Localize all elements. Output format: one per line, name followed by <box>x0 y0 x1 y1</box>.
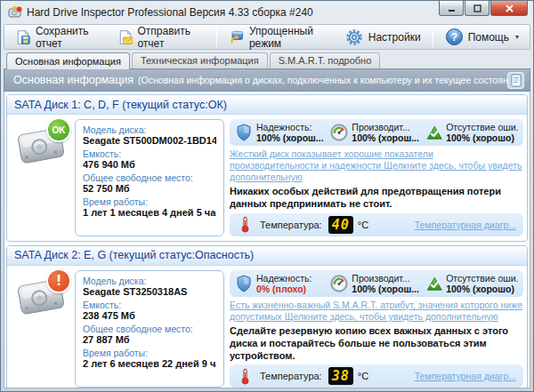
save-report-icon <box>15 28 31 47</box>
toolbar-separator <box>216 28 217 47</box>
disk1-metrics-panel: Надежность: 100% (хорош... Производит...… <box>230 119 523 146</box>
settings-label: Настройки <box>368 31 421 44</box>
disk1-no-errors-metric: Отсутствие оши... 100% (хорошо) <box>426 122 518 143</box>
title-bar[interactable]: Hard Drive Inspector Professional Версия… <box>4 1 530 24</box>
temperature-label: Температура: <box>260 371 322 381</box>
banner-document-icon <box>507 72 524 89</box>
reliability-label: Надежность: <box>256 273 312 284</box>
disk1-temperature-row: Температура: 40 °C Температурная диагр..… <box>230 213 523 236</box>
no-errors-label: Отсутствие оши... <box>446 273 518 284</box>
temperature-unit: °C <box>358 371 368 381</box>
page-header-banner: Основная информация (Основная информация… <box>4 68 530 92</box>
performance-label: Производит... <box>352 273 419 284</box>
save-report-button[interactable]: Сохранить отчет <box>8 22 110 52</box>
disk2-status-column: Надежность: 0% (плохо) Производит... 100… <box>230 270 523 388</box>
close-icon <box>506 4 514 12</box>
temperature-label: Температура: <box>260 220 322 230</box>
uptime-label: Время работы: <box>83 348 216 358</box>
disk1-status-badge-ok: OK <box>46 117 71 142</box>
disk1-reliability-metric: Надежность: 100% (хорош... <box>235 122 327 143</box>
gauge-icon <box>330 275 348 292</box>
app-icon <box>8 5 22 20</box>
disk2-metrics-panel: Надежность: 0% (плохо) Производит... 100… <box>230 270 523 297</box>
temperature-unit: °C <box>358 220 368 230</box>
disk2-performance-metric: Производит... 100% (хорош... <box>330 273 422 294</box>
disk1-advice-text: Никаких особых действий для предотвращен… <box>230 186 523 211</box>
help-icon <box>445 28 464 46</box>
window-title: Hard Drive Inspector Professional Версия… <box>27 6 313 19</box>
help-dropdown-caret: ▾ <box>515 33 519 41</box>
disk1-model-value: Seagate ST500DM002-1BD142 <box>83 135 216 146</box>
no-errors-label: Отсутствие оши... <box>446 122 518 132</box>
simple-mode-button[interactable]: Упрощенный режим <box>222 22 337 52</box>
send-report-button[interactable]: Отправить отчет <box>110 22 212 52</box>
uptime-label: Время работы: <box>83 196 216 207</box>
disk2-performance-value: 100% (хорош... <box>352 284 419 294</box>
disk2-section-title: SATA Диск 2: E, G (текущий статус:Опасно… <box>7 246 527 266</box>
settings-gear-icon <box>344 28 364 47</box>
app-window: Hard Drive Inspector Professional Версия… <box>0 0 534 392</box>
disk1-drive-graphic: OK <box>12 119 69 176</box>
close-button[interactable] <box>490 1 528 16</box>
disk1-temperature-lcd: 40 <box>328 216 353 234</box>
window-controls <box>438 1 528 16</box>
free-space-label: Общее свободное место: <box>83 172 216 183</box>
tab-smart-details[interactable]: S.M.A.R.T. подробно <box>270 52 381 68</box>
minimize-button[interactable] <box>439 1 464 16</box>
check-triangle-icon <box>426 276 443 292</box>
disk2-reliability-metric: Надежность: 0% (плохо) <box>235 273 327 294</box>
thermometer-icon <box>237 368 254 385</box>
check-triangle-icon <box>426 124 443 140</box>
tab-main-info[interactable]: Основная информация <box>6 52 130 69</box>
disk2-body: ! Модель диска: Seagate ST3250318AS Емко… <box>7 266 527 388</box>
settings-button[interactable]: Настройки <box>337 25 428 50</box>
maximize-button[interactable] <box>465 1 490 16</box>
capacity-label: Емкость: <box>83 148 216 159</box>
help-button[interactable]: Помощь ▾ <box>438 25 526 49</box>
minimize-icon <box>448 4 456 12</box>
disk1-capacity-value: 476 940 Мб <box>83 159 216 170</box>
disk-section-2: SATA Диск 2: E, G (текущий статус:Опасно… <box>6 245 528 388</box>
disk1-details-link[interactable]: Жесткий диск показывает хорошие показате… <box>230 148 523 183</box>
main-content: SATA Диск 1: C, D, F (текущий статус:ОК)… <box>4 92 530 388</box>
document-icon <box>508 73 523 88</box>
disk2-status-badge-warning: ! <box>46 268 71 293</box>
disk2-model-value: Seagate ST3250318AS <box>83 286 216 297</box>
disk1-uptime-value: 1 лет 1 месяцев 4 дней 5 часо... <box>83 207 216 218</box>
disk1-no-errors-value: 100% (хорошо) <box>446 132 518 143</box>
model-label: Модель диска: <box>83 276 216 286</box>
send-report-icon <box>117 28 134 47</box>
shield-icon <box>235 275 253 292</box>
disk2-advice-text: Сделайте резервную копию всех важных дан… <box>230 325 523 362</box>
disk2-uptime-value: 2 лет 6 месяцев 22 дней 9 час... <box>83 358 216 369</box>
disk1-performance-value: 100% (хорош... <box>352 132 419 143</box>
shield-icon <box>235 124 253 141</box>
disk1-performance-metric: Производит... 100% (хорош... <box>330 122 422 143</box>
toolbar-separator <box>433 28 433 47</box>
disk2-temperature-diagram-link[interactable]: Температурная диагр... <box>415 371 516 381</box>
capacity-label: Емкость: <box>83 300 216 310</box>
disk2-temperature-lcd: 38 <box>328 367 353 385</box>
banner-subtitle: (Основная информация о дисках, подключен… <box>138 75 507 85</box>
free-space-label: Общее свободное место: <box>83 324 216 334</box>
tab-strip: Основная информация Техническая информац… <box>4 50 530 68</box>
simple-mode-label: Упрощенный режим <box>249 25 330 50</box>
tab-technical-info[interactable]: Техническая информация <box>132 52 268 68</box>
disk1-status-column: Надежность: 100% (хорош... Производит...… <box>230 119 523 236</box>
disk2-reliability-value: 0% (плохо) <box>256 284 312 294</box>
save-report-label: Сохранить отчет <box>36 25 103 50</box>
disk-section-1: SATA Диск 1: C, D, F (текущий статус:ОК)… <box>6 94 528 242</box>
toolbar: Сохранить отчет Отправить отчет Упрощенн… <box>4 24 530 50</box>
banner-title: Основная информация <box>13 74 134 86</box>
disk2-drive-graphic: ! <box>12 270 69 327</box>
disk1-body: OK Модель диска: Seagate ST500DM002-1BD1… <box>7 115 527 241</box>
simple-mode-icon <box>229 28 245 47</box>
disk2-no-errors-metric: Отсутствие оши... 100% (хорошо) <box>426 273 518 294</box>
disk1-temperature-diagram-link[interactable]: Температурная диагр... <box>415 220 516 230</box>
disk2-details-link[interactable]: Есть жизненно-важный S.M.A.R.T. атрибут,… <box>230 300 523 323</box>
disk2-no-errors-value: 100% (хорошо) <box>446 284 518 294</box>
disk1-reliability-value: 100% (хорош... <box>256 132 324 143</box>
gauge-icon <box>330 124 348 141</box>
disk1-info-panel: Модель диска: Seagate ST500DM002-1BD142 … <box>75 119 224 236</box>
disk2-capacity-value: 238 475 Мб <box>83 310 216 321</box>
